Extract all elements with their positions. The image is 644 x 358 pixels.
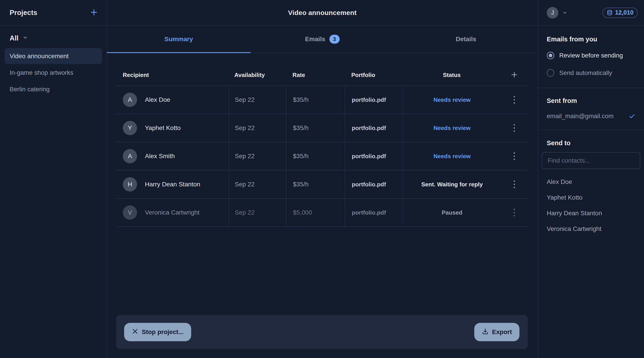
status-badge: Needs review [403, 125, 501, 132]
tab-details[interactable]: Details [394, 26, 538, 53]
portfolio-link[interactable]: portfolio.pdf [344, 171, 403, 198]
radio-icon [547, 52, 554, 59]
projects-header: Projects [0, 0, 106, 26]
emails-from-you-section: Emails from you Review before sending Se… [538, 26, 644, 88]
sidebar-project-item[interactable]: In-game shop artworks [4, 65, 102, 81]
contact-list: Alex Doe Yaphet Kotto Harry Dean Stanton… [547, 174, 636, 237]
project-filter-label: All [10, 34, 18, 42]
tab-summary[interactable]: Summary [107, 26, 250, 53]
availability-value: Sep 22 [228, 142, 286, 170]
rate-value: $5,000 [286, 199, 344, 226]
main-content: Video announcement Summary Emails 3 Deta… [107, 0, 538, 358]
tab-label: Summary [164, 36, 193, 43]
project-label: Video announcement [10, 53, 69, 60]
plus-icon [90, 8, 98, 17]
send-to-section: Send to Alex Doe Yaphet Kotto Harry Dean… [538, 130, 644, 237]
credits-badge[interactable]: 12,010 [602, 8, 638, 18]
recipient-name: Harry Dean Stanton [145, 181, 200, 188]
projects-sidebar: Projects All Video announcement In-game … [0, 0, 107, 358]
table-body: A Alex Doe Sep 22 $35/h portfolio.pdf Ne… [116, 86, 528, 227]
column-header-availability: Availability [228, 72, 286, 79]
contact-name: Alex Doe [547, 178, 572, 185]
add-recipient-button[interactable] [509, 70, 520, 81]
contact-name: Yaphet Kotto [547, 194, 582, 201]
contact-item[interactable]: Harry Dean Stanton [547, 205, 636, 221]
table-row[interactable]: A Alex Doe Sep 22 $35/h portfolio.pdf Ne… [116, 86, 528, 114]
sent-from-email-row[interactable]: email_main@gmail.com [547, 113, 636, 120]
rate-value: $35/h [286, 86, 344, 114]
contact-item[interactable]: Yaphet Kotto [547, 190, 636, 205]
table-row[interactable]: V Veronica Cartwright Sep 22 $5,000 port… [116, 199, 528, 227]
recipients-table: Recipient Availability Rate Portfolio St… [116, 53, 528, 227]
portfolio-link[interactable]: portfolio.pdf [344, 199, 403, 226]
availability-value: Sep 22 [228, 199, 286, 226]
find-contacts-input[interactable] [542, 152, 640, 169]
table-row[interactable]: Y Yaphet Kotto Sep 22 $35/h portfolio.pd… [116, 114, 528, 142]
user-avatar[interactable]: J [547, 7, 558, 19]
column-header-status: Status [403, 70, 528, 81]
recipient-name: Alex Doe [145, 96, 170, 103]
recipient-avatar: A [123, 93, 137, 107]
x-icon [132, 328, 138, 336]
project-filter-dropdown[interactable]: All [10, 34, 97, 42]
project-list: Video announcement In-game shop artworks… [0, 48, 106, 98]
radio-option-label: Review before sending [559, 52, 623, 59]
send-to-title: Send to [547, 139, 636, 147]
project-label: In-game shop artworks [10, 69, 73, 76]
portfolio-link[interactable]: portfolio.pdf [344, 114, 403, 142]
availability-value: Sep 22 [228, 171, 286, 198]
table-row[interactable]: A Alex Smith Sep 22 $35/h portfolio.pdf … [116, 142, 528, 171]
settings-sidebar: J 12,010 Emails from you Review before s… [538, 0, 644, 358]
column-header-portfolio: Portfolio [344, 72, 403, 79]
credits-value: 12,010 [615, 9, 634, 16]
portfolio-link[interactable]: portfolio.pdf [344, 86, 403, 114]
rate-value: $35/h [286, 142, 344, 170]
tab-bar: Summary Emails 3 Details [107, 26, 538, 53]
availability-value: Sep 22 [228, 86, 286, 114]
radio-option[interactable]: Send automatically [547, 68, 636, 78]
download-icon [482, 328, 488, 336]
recipient-avatar: H [123, 177, 137, 192]
emails-from-you-title: Emails from you [547, 36, 636, 43]
tab-count-badge: 3 [330, 35, 340, 44]
sidebar-project-item[interactable]: Video announcement [4, 48, 102, 64]
add-project-button[interactable] [88, 8, 99, 18]
rate-value: $35/h [286, 114, 344, 142]
status-badge: Needs review [403, 96, 501, 103]
recipient-name: Alex Smith [145, 153, 175, 160]
check-icon [628, 113, 636, 120]
kebab-menu-icon[interactable] [512, 207, 517, 219]
projects-title: Projects [10, 9, 37, 17]
contact-item[interactable]: Veronica Cartwright [547, 221, 636, 237]
table-header-row: Recipient Availability Rate Portfolio St… [116, 53, 528, 86]
column-header-rate: Rate [286, 72, 344, 79]
account-header: J 12,010 [538, 0, 644, 26]
kebab-menu-icon[interactable] [512, 150, 517, 162]
recipient-name: Veronica Cartwright [145, 209, 200, 216]
kebab-menu-icon[interactable] [512, 94, 517, 106]
kebab-menu-icon[interactable] [512, 178, 517, 190]
tab-label: Details [456, 36, 476, 43]
recipient-avatar: Y [123, 121, 137, 135]
recipient-avatar: V [123, 205, 137, 220]
action-bar: Stop project... Export [116, 315, 528, 349]
column-header-recipient: Recipient [116, 72, 228, 79]
availability-value: Sep 22 [228, 114, 286, 142]
portfolio-link[interactable]: portfolio.pdf [344, 142, 403, 170]
chevron-down-icon [22, 35, 28, 42]
project-label: Berlin catering [10, 86, 50, 93]
contact-name: Harry Dean Stanton [547, 210, 602, 217]
export-button[interactable]: Export [474, 323, 520, 341]
table-row[interactable]: H Harry Dean Stanton Sep 22 $35/h portfo… [116, 171, 528, 199]
sent-from-section: Sent from email_main@gmail.com [538, 88, 644, 130]
chevron-down-icon[interactable] [562, 10, 567, 15]
contact-name: Veronica Cartwright [547, 225, 601, 232]
sidebar-project-item[interactable]: Berlin catering [4, 81, 102, 97]
stop-project-button[interactable]: Stop project... [124, 323, 191, 341]
radio-option-label: Send automatically [559, 69, 612, 77]
radio-option[interactable]: Review before sending [547, 51, 636, 60]
contact-item[interactable]: Alex Doe [547, 174, 636, 190]
kebab-menu-icon[interactable] [512, 122, 517, 134]
sent-from-title: Sent from [547, 97, 636, 105]
tab-emails[interactable]: Emails 3 [250, 26, 394, 53]
